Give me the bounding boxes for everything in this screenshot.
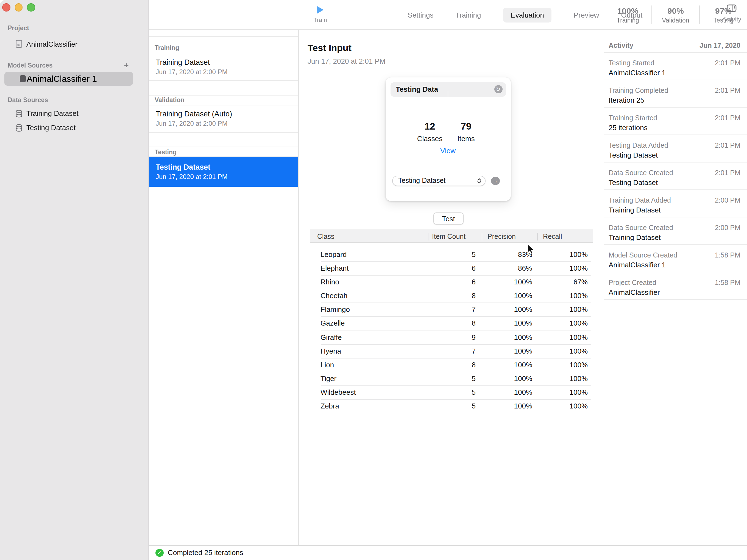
table-row[interactable]: Lion8100%100%	[310, 358, 593, 372]
activity-event-time: 2:00 PM	[715, 224, 740, 233]
column-header-item-count[interactable]: Item Count	[432, 233, 465, 240]
sidebar-item-project[interactable]: ML AnimalClassifier	[0, 37, 149, 51]
activity-event-row: Training Data Added2:00 PM	[609, 196, 740, 205]
mouse-cursor	[527, 244, 535, 255]
table-row[interactable]: Wildebeest5100%100%	[310, 386, 593, 400]
activity-event-title: Project Created	[609, 279, 656, 288]
activity-event-time: 2:01 PM	[715, 169, 740, 178]
activity-event-time: 1:58 PM	[715, 251, 740, 260]
sidebar-item-data-source[interactable]: Testing Dataset	[0, 121, 149, 134]
cell-precision: 86%	[494, 264, 532, 272]
database-icon	[15, 124, 22, 132]
cell-item-count: 7	[437, 305, 476, 314]
dataset-dropdown[interactable]: Testing Dataset	[392, 176, 485, 186]
activity-event-row: Training Completed2:01 PM	[609, 87, 740, 96]
activity-event-list: Testing Started2:01 PMAnimalClassifier 1…	[603, 53, 747, 300]
activity-event: Training Completed2:01 PMIteration 25	[603, 80, 747, 108]
column-header-class[interactable]: Class	[317, 233, 335, 240]
sidebar-item-model-source[interactable]: AnimalClassifier 1	[4, 72, 133, 86]
dataset-list-item[interactable]: Training DatasetJun 17, 2020 at 2:00 PM	[149, 53, 298, 81]
results-table-header[interactable]: Class Item Count Precision Recall	[310, 230, 593, 243]
cell-item-count: 8	[437, 319, 476, 327]
activity-event-title: Training Started	[609, 114, 657, 123]
activity-event-time: 1:58 PM	[715, 279, 740, 288]
zoom-window-button[interactable]	[27, 3, 35, 11]
test-button[interactable]: Test	[433, 212, 464, 224]
activity-event-detail: 25 iterations	[609, 124, 740, 132]
cell-class: Rhino	[320, 278, 339, 286]
stat-value: 79	[448, 121, 484, 132]
dataset-item-title: Training Dataset (Auto)	[156, 110, 298, 118]
sidebar-item-label: AnimalClassifier	[26, 40, 77, 48]
minimize-window-button[interactable]	[15, 3, 23, 11]
cell-precision: 100%	[494, 361, 532, 369]
tab-settings[interactable]: Settings	[408, 7, 434, 22]
tab-preview[interactable]: Preview	[574, 7, 599, 22]
cell-precision: 100%	[494, 278, 532, 286]
activity-panel: Activity Jun 17, 2020 Testing Started2:0…	[603, 30, 747, 545]
metric-label: Training	[617, 17, 639, 24]
cell-precision: 83%	[494, 250, 532, 259]
app-window: Project ML AnimalClassifier Model Source…	[0, 0, 747, 560]
add-model-source-button[interactable]: +	[122, 61, 131, 70]
activity-panel-date: Jun 17, 2020	[699, 42, 740, 49]
cell-item-count: 9	[437, 333, 476, 341]
table-row[interactable]: Leopard583%100%	[310, 248, 593, 262]
datasets-panel: TrainingTraining DatasetJun 17, 2020 at …	[149, 30, 299, 545]
cell-precision: 100%	[494, 374, 532, 383]
activity-event: Testing Data Added2:01 PMTesting Dataset	[603, 135, 747, 162]
view-link[interactable]: View	[385, 146, 511, 155]
section-header-training: Training	[149, 36, 298, 53]
section-header-label: Validation	[155, 97, 184, 103]
cell-recall: 100%	[549, 250, 588, 259]
dataset-list-item[interactable]: Testing DatasetJun 17, 2020 at 2:01 PM	[149, 157, 298, 187]
activity-event-row: Testing Data Added2:01 PM	[609, 142, 740, 151]
metric-label: Validation	[662, 17, 689, 24]
table-row[interactable]: Flamingo7100%100%	[310, 303, 593, 317]
tab-training[interactable]: Training	[456, 7, 481, 22]
table-row[interactable]: Elephant686%100%	[310, 262, 593, 275]
dataset-list-item[interactable]: Training Dataset (Auto)Jun 17, 2020 at 2…	[149, 105, 298, 133]
table-row[interactable]: Rhino6100%67%	[310, 275, 593, 289]
close-window-button[interactable]	[2, 3, 10, 11]
cell-class: Cheetah	[320, 292, 347, 300]
column-header-recall[interactable]: Recall	[543, 233, 562, 240]
activity-event: Data Source Created2:01 PMTesting Datase…	[603, 162, 747, 190]
table-row[interactable]: Giraffe9100%100%	[310, 331, 593, 345]
table-row[interactable]: Cheetah8100%100%	[310, 290, 593, 303]
activity-event-detail: AnimalClassifier 1	[609, 261, 740, 270]
activity-event-row: Project Created1:58 PM	[609, 279, 740, 288]
apply-dataset-button[interactable]: →	[491, 177, 499, 185]
metric-value: 97%	[715, 6, 731, 16]
table-row[interactable]: Hyena7100%100%	[310, 345, 593, 358]
success-check-icon: ✓	[155, 549, 163, 557]
column-header-precision[interactable]: Precision	[487, 233, 516, 240]
dataset-item-title: Testing Dataset	[156, 163, 298, 171]
metric-value: 100%	[617, 6, 639, 16]
section-header-label: Testing	[155, 149, 177, 155]
sidebar-item-data-source[interactable]: Training Dataset	[0, 107, 149, 120]
cell-item-count: 6	[437, 278, 476, 286]
refresh-icon[interactable]: ↻	[494, 85, 502, 93]
cell-item-count: 5	[437, 374, 476, 383]
table-row[interactable]: Gazelle8100%100%	[310, 317, 593, 331]
cell-precision: 100%	[494, 319, 532, 327]
cell-precision: 100%	[494, 347, 532, 355]
header-separator	[428, 233, 428, 240]
table-row[interactable]: Tiger5100%100%	[310, 372, 593, 386]
sidebar: Project ML AnimalClassifier Model Source…	[0, 0, 149, 560]
metric-training: 100%Training	[604, 0, 651, 30]
sidebar-item-label: AnimalClassifier 1	[27, 74, 97, 84]
table-row[interactable]: Zebra5100%100%	[310, 400, 593, 414]
dataset-item-date: Jun 17, 2020 at 2:00 PM	[156, 120, 298, 127]
cell-class: Flamingo	[320, 305, 350, 314]
accuracy-metrics: 100%Training90%Validation97%Testing	[604, 0, 747, 30]
cell-recall: 67%	[549, 278, 588, 286]
cell-class: Lion	[320, 361, 334, 369]
stat-label: Classes	[412, 134, 448, 142]
metric-validation: 90%Validation	[652, 0, 699, 30]
metric-value: 90%	[667, 6, 684, 16]
activity-event-row: Data Source Created2:01 PM	[609, 169, 740, 178]
tab-evaluation[interactable]: Evaluation	[503, 7, 551, 22]
activity-event-time: 2:01 PM	[715, 87, 740, 96]
